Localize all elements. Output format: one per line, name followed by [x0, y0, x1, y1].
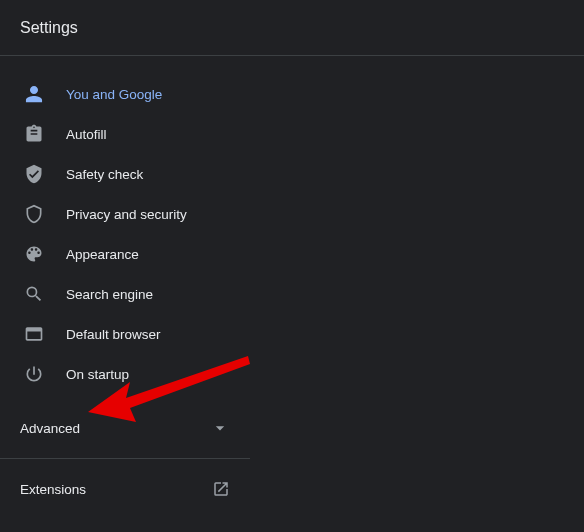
- browser-icon: [24, 324, 44, 344]
- open-in-new-icon: [212, 480, 230, 498]
- sidebar-item-privacy-security[interactable]: Privacy and security: [0, 194, 250, 234]
- sidebar-item-label: Default browser: [66, 327, 161, 342]
- section-label: Advanced: [20, 421, 80, 436]
- sidebar-item-safety-check[interactable]: Safety check: [0, 154, 250, 194]
- about-chrome-link[interactable]: About Chrome: [0, 513, 250, 532]
- advanced-section-toggle[interactable]: Advanced: [0, 404, 250, 452]
- power-icon: [24, 364, 44, 384]
- clipboard-icon: [24, 124, 44, 144]
- sidebar-item-on-startup[interactable]: On startup: [0, 354, 250, 394]
- sidebar-item-label: Privacy and security: [66, 207, 187, 222]
- person-icon: [24, 84, 44, 104]
- sidebar-item-label: Autofill: [66, 127, 107, 142]
- sidebar-item-search-engine[interactable]: Search engine: [0, 274, 250, 314]
- extensions-link[interactable]: Extensions: [0, 465, 250, 513]
- sidebar-item-you-and-google[interactable]: You and Google: [0, 74, 250, 114]
- shield-icon: [24, 204, 44, 224]
- palette-icon: [24, 244, 44, 264]
- sidebar-item-autofill[interactable]: Autofill: [0, 114, 250, 154]
- sidebar-item-label: Search engine: [66, 287, 153, 302]
- page-title: Settings: [20, 19, 78, 37]
- settings-header: Settings: [0, 0, 584, 56]
- shield-check-icon: [24, 164, 44, 184]
- divider: [0, 458, 250, 459]
- search-icon: [24, 284, 44, 304]
- sidebar-item-label: You and Google: [66, 87, 162, 102]
- settings-sidebar: You and Google Autofill Safety check Pri…: [0, 56, 250, 532]
- chevron-down-icon: [210, 418, 230, 438]
- section-label: Extensions: [20, 482, 86, 497]
- sidebar-item-default-browser[interactable]: Default browser: [0, 314, 250, 354]
- sidebar-item-label: Appearance: [66, 247, 139, 262]
- sidebar-item-label: On startup: [66, 367, 129, 382]
- sidebar-item-label: Safety check: [66, 167, 143, 182]
- sidebar-item-appearance[interactable]: Appearance: [0, 234, 250, 274]
